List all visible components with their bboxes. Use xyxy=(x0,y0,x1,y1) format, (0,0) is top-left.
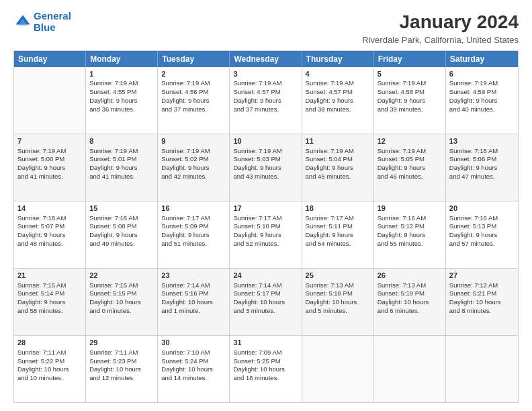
day-info: Sunset: 5:14 PM xyxy=(17,289,82,298)
day-number: 1 xyxy=(89,69,154,79)
day-info: and 8 minutes. xyxy=(449,307,515,316)
day-info: and 39 minutes. xyxy=(378,105,442,114)
day-info: Sunset: 5:21 PM xyxy=(449,289,515,298)
day-info: Sunset: 5:02 PM xyxy=(161,155,226,164)
calendar-cell: 30Sunrise: 7:10 AMSunset: 5:24 PMDayligh… xyxy=(158,336,230,402)
day-info: and 36 minutes. xyxy=(89,105,154,114)
day-info: Sunset: 5:16 PM xyxy=(161,289,226,298)
day-info: Daylight: 10 hours xyxy=(89,365,154,374)
day-info: Sunrise: 7:19 AM xyxy=(306,147,370,156)
calendar-cell: 4Sunrise: 7:19 AMSunset: 4:57 PMDaylight… xyxy=(302,67,374,134)
day-number: 14 xyxy=(17,203,82,214)
day-info: Daylight: 9 hours xyxy=(378,97,442,105)
day-info: Sunrise: 7:15 AM xyxy=(89,281,154,290)
day-info: Daylight: 9 hours xyxy=(233,231,298,240)
calendar-cell: 7Sunrise: 7:19 AMSunset: 5:00 PMDaylight… xyxy=(14,134,86,201)
day-info: and 49 minutes. xyxy=(89,240,154,248)
day-number: 17 xyxy=(233,203,298,214)
day-info: Sunrise: 7:18 AM xyxy=(89,214,154,223)
day-info: Sunrise: 7:11 AM xyxy=(89,349,154,357)
day-info: Sunrise: 7:19 AM xyxy=(161,79,226,88)
day-info: and 43 minutes. xyxy=(233,173,298,181)
calendar-header-day: Saturday xyxy=(446,51,518,67)
calendar-cell: 27Sunrise: 7:12 AMSunset: 5:21 PMDayligh… xyxy=(446,269,518,335)
day-info: Sunset: 5:23 PM xyxy=(89,357,154,366)
day-info: Sunset: 5:11 PM xyxy=(306,222,370,231)
day-info: Sunset: 4:56 PM xyxy=(161,88,226,97)
calendar-cell: 28Sunrise: 7:11 AMSunset: 5:22 PMDayligh… xyxy=(14,336,86,402)
day-number: 21 xyxy=(17,271,82,281)
day-info: Daylight: 9 hours xyxy=(161,164,226,173)
day-info: Sunrise: 7:13 AM xyxy=(306,281,370,290)
day-number: 19 xyxy=(378,203,442,214)
day-number: 24 xyxy=(233,271,298,281)
calendar-cell xyxy=(446,336,518,402)
day-info: and 6 minutes. xyxy=(378,307,442,316)
day-info: Sunrise: 7:09 AM xyxy=(233,349,298,357)
day-info: Sunrise: 7:19 AM xyxy=(306,79,370,88)
logo-text: General Blue xyxy=(34,11,71,33)
day-info: Sunrise: 7:13 AM xyxy=(378,281,442,290)
calendar-cell: 15Sunrise: 7:18 AMSunset: 5:08 PMDayligh… xyxy=(86,201,158,268)
day-info: and 37 minutes. xyxy=(233,105,298,114)
day-info: Daylight: 9 hours xyxy=(449,164,515,173)
day-info: Daylight: 10 hours xyxy=(161,298,226,307)
day-number: 22 xyxy=(89,271,154,281)
day-info: Daylight: 10 hours xyxy=(449,298,515,307)
day-info: Sunset: 5:03 PM xyxy=(233,155,298,164)
calendar-cell: 17Sunrise: 7:17 AMSunset: 5:10 PMDayligh… xyxy=(230,201,302,268)
day-info: and 37 minutes. xyxy=(161,105,226,114)
day-info: Sunrise: 7:17 AM xyxy=(233,214,298,223)
day-number: 9 xyxy=(161,136,226,146)
day-info: Sunrise: 7:14 AM xyxy=(233,281,298,290)
day-info: Daylight: 10 hours xyxy=(161,365,226,374)
day-info: and 42 minutes. xyxy=(161,173,226,181)
calendar-header-day: Monday xyxy=(86,51,158,67)
calendar-row: 7Sunrise: 7:19 AMSunset: 5:00 PMDaylight… xyxy=(14,134,518,201)
day-info: Sunset: 4:55 PM xyxy=(89,88,154,97)
day-info: Sunset: 4:57 PM xyxy=(306,88,370,97)
day-info: and 41 minutes. xyxy=(17,173,82,181)
day-number: 13 xyxy=(449,136,515,146)
day-info: Daylight: 9 hours xyxy=(161,97,226,105)
day-info: Sunrise: 7:17 AM xyxy=(161,214,226,223)
day-info: Sunrise: 7:16 AM xyxy=(378,214,442,223)
calendar-header-day: Friday xyxy=(374,51,446,67)
day-number: 6 xyxy=(449,69,515,79)
day-info: Sunset: 5:10 PM xyxy=(233,222,298,231)
calendar-header-day: Thursday xyxy=(302,51,374,67)
day-info: and 57 minutes. xyxy=(449,240,515,248)
day-info: Sunset: 5:19 PM xyxy=(378,289,442,298)
calendar-cell: 9Sunrise: 7:19 AMSunset: 5:02 PMDaylight… xyxy=(158,134,230,201)
day-info: Daylight: 10 hours xyxy=(233,365,298,374)
calendar-cell: 10Sunrise: 7:19 AMSunset: 5:03 PMDayligh… xyxy=(230,134,302,201)
day-info: and 41 minutes. xyxy=(89,173,154,181)
day-number: 23 xyxy=(161,271,226,281)
calendar-cell: 8Sunrise: 7:19 AMSunset: 5:01 PMDaylight… xyxy=(86,134,158,201)
day-info: Daylight: 10 hours xyxy=(378,298,442,307)
day-info: Sunrise: 7:19 AM xyxy=(233,147,298,156)
day-info: Sunset: 5:07 PM xyxy=(17,222,82,231)
day-number: 27 xyxy=(449,271,515,281)
day-info: Sunset: 4:57 PM xyxy=(233,88,298,97)
day-info: Daylight: 9 hours xyxy=(306,164,370,173)
calendar-cell: 25Sunrise: 7:13 AMSunset: 5:18 PMDayligh… xyxy=(302,269,374,335)
calendar-cell: 12Sunrise: 7:19 AMSunset: 5:05 PMDayligh… xyxy=(374,134,446,201)
day-info: Sunset: 4:58 PM xyxy=(378,88,442,97)
calendar-cell: 26Sunrise: 7:13 AMSunset: 5:19 PMDayligh… xyxy=(374,269,446,335)
calendar-body: 1Sunrise: 7:19 AMSunset: 4:55 PMDaylight… xyxy=(14,67,518,402)
calendar-cell: 29Sunrise: 7:11 AMSunset: 5:23 PMDayligh… xyxy=(86,336,158,402)
calendar-cell: 22Sunrise: 7:15 AMSunset: 5:15 PMDayligh… xyxy=(86,269,158,335)
day-info: Daylight: 10 hours xyxy=(306,298,370,307)
calendar-cell: 5Sunrise: 7:19 AMSunset: 4:58 PMDaylight… xyxy=(374,67,446,134)
calendar-row: 28Sunrise: 7:11 AMSunset: 5:22 PMDayligh… xyxy=(14,336,518,402)
day-info: and 52 minutes. xyxy=(233,240,298,248)
day-number: 30 xyxy=(161,338,226,348)
day-info: Sunset: 5:00 PM xyxy=(17,155,82,164)
day-info: Daylight: 9 hours xyxy=(89,97,154,105)
day-info: Daylight: 9 hours xyxy=(17,298,82,307)
day-info: Daylight: 9 hours xyxy=(17,231,82,240)
day-info: Sunset: 5:09 PM xyxy=(161,222,226,231)
day-info: Sunrise: 7:12 AM xyxy=(449,281,515,290)
calendar-cell xyxy=(374,336,446,402)
